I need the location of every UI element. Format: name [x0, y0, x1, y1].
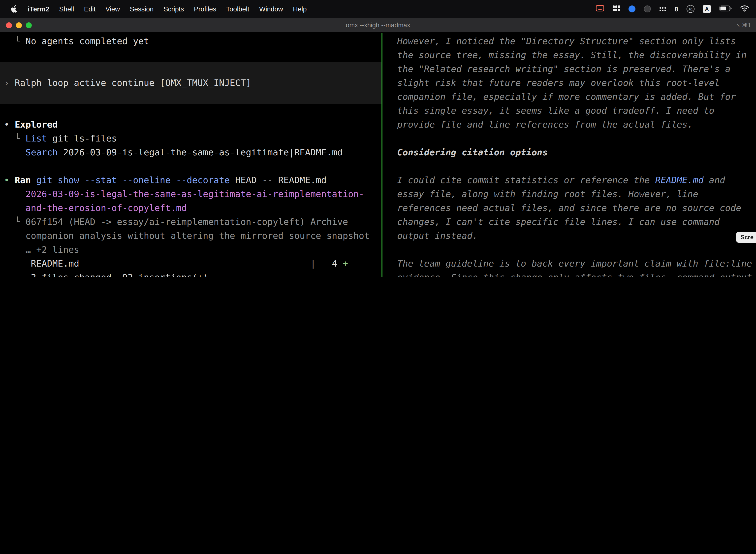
terminal-line: › Ralph loop active continue [OMX_TMUX_I…: [4, 76, 251, 90]
menu-bar-left: iTerm2 Shell Edit View Session Scripts P…: [0, 5, 312, 13]
menu-item-view[interactable]: View: [101, 5, 125, 13]
numpad-8-icon[interactable]: 8: [675, 5, 678, 13]
menu-item-window[interactable]: Window: [254, 5, 288, 13]
terminal-line: essay file, along with finding root file…: [386, 187, 698, 201]
menu-item-session[interactable]: Session: [125, 5, 159, 13]
window-title: omx --xhigh --madmax: [0, 21, 756, 29]
apple-menu-icon[interactable]: [6, 5, 23, 13]
terminal-line: 2026-03-09-is-legal-the-same-as-legitima…: [4, 187, 364, 201]
terminal-line: companion file, especially if more comme…: [386, 90, 736, 104]
macos-menu-bar: iTerm2 Shell Edit View Session Scripts P…: [0, 0, 756, 18]
wifi-icon[interactable]: [740, 5, 749, 13]
terminal-line: README.md | 4 +: [4, 257, 348, 271]
terminal-line: … +2 lines: [4, 243, 79, 257]
terminal-line: slight risk that future readers may over…: [386, 76, 720, 90]
terminal-line: references need actual files, and since …: [386, 201, 741, 215]
terminal-line: and-the-erosion-of-copyleft.md: [4, 201, 187, 215]
menu-item-scripts[interactable]: Scripts: [159, 5, 189, 13]
terminal-content: └ No agents completed yet› Ralph loop ac…: [0, 33, 756, 277]
screen-capture-overlay[interactable]: Scre: [736, 232, 756, 243]
terminal-line: └ No agents completed yet: [4, 34, 149, 48]
terminal-line: • Explored: [4, 118, 58, 131]
screen-recording-indicator-icon[interactable]: [596, 5, 604, 13]
window-title-bar[interactable]: omx --xhigh --madmax ⌥⌘1: [0, 18, 756, 33]
menu-item-help[interactable]: Help: [288, 5, 312, 13]
traffic-lights: [6, 22, 32, 28]
close-window-button[interactable]: [6, 22, 12, 28]
terminal-line: companion analysis without altering the …: [4, 229, 370, 243]
blue-app-icon[interactable]: [629, 5, 635, 12]
minimize-window-button[interactable]: [16, 22, 22, 28]
terminal-line: • Ran git show --stat --oneline --decora…: [4, 173, 327, 187]
terminal-line: this single essay, it seems like a good …: [386, 104, 714, 118]
terminal-line: provide file and line references from th…: [386, 118, 693, 131]
left-terminal-pane[interactable]: └ No agents completed yet› Ralph loop ac…: [0, 33, 381, 277]
window-grid-icon[interactable]: [613, 5, 620, 13]
terminal-line: 2 files changed, 92 insertions(+): [4, 271, 208, 277]
terminal-line: the "Related research writing" section i…: [386, 62, 731, 76]
menu-bar-status-icons: 8 .61 A: [596, 5, 756, 13]
terminal-line: output instead.: [386, 229, 478, 243]
terminal-line: └ 067f154 (HEAD -> essay/ai-reimplementa…: [4, 215, 348, 229]
terminal-line: evidence. Since this change only affects…: [386, 271, 752, 277]
desktop-screen: iTerm2 Shell Edit View Session Scripts P…: [0, 0, 756, 277]
terminal-line: The team guideline is to back every impo…: [386, 257, 752, 271]
menu-item-iterm2[interactable]: iTerm2: [23, 5, 54, 13]
dots-grid-icon[interactable]: [659, 5, 666, 13]
meter-icon[interactable]: .61: [687, 5, 694, 13]
terminal-line: Considering citation options: [386, 146, 548, 159]
terminal-line: I could cite commit statistics or refere…: [386, 173, 725, 187]
terminal-line: Search 2026-03-09-is-legal-the-same-as-l…: [4, 146, 343, 159]
terminal-line: the source tree, missing the essay. Stil…: [386, 48, 747, 62]
menu-item-edit[interactable]: Edit: [79, 5, 101, 13]
terminal-line: However, I noticed the "Directory Struct…: [386, 34, 736, 48]
right-terminal-pane[interactable]: However, I noticed the "Directory Struct…: [382, 33, 756, 277]
terminal-line: changes, I can't cite specific file line…: [386, 215, 720, 229]
dark-app-icon[interactable]: [644, 5, 651, 12]
battery-icon[interactable]: [719, 5, 732, 13]
terminal-line: └ List git ls-files: [4, 131, 117, 146]
input-source-icon[interactable]: A: [703, 5, 711, 13]
menu-item-profiles[interactable]: Profiles: [189, 5, 221, 13]
window-shortcut-badge: ⌥⌘1: [735, 21, 751, 29]
zoom-window-button[interactable]: [26, 22, 32, 28]
menu-item-shell[interactable]: Shell: [54, 5, 79, 13]
menu-item-toolbelt[interactable]: Toolbelt: [221, 5, 254, 13]
